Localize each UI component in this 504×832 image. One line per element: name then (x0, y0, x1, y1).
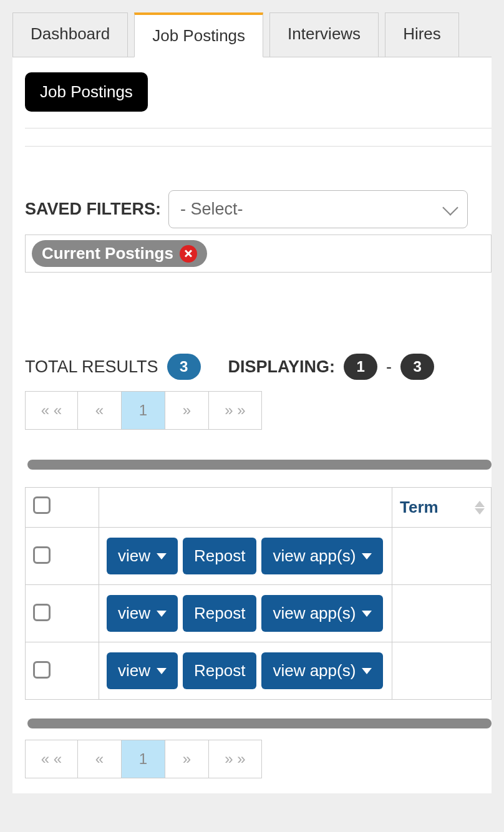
total-results-count: 3 (167, 354, 201, 380)
select-all-checkbox[interactable] (33, 496, 51, 514)
tabs-bar: Dashboard Job Postings Interviews Hires (12, 12, 492, 57)
pager-page[interactable]: 1 (122, 392, 165, 429)
pager-last[interactable]: » » (209, 740, 261, 778)
job-postings-button[interactable]: Job Postings (25, 72, 148, 112)
table-row: view Repost view app(s) (26, 585, 492, 642)
caret-down-icon (157, 611, 167, 617)
chevron-down-icon (442, 200, 458, 215)
horizontal-scrollbar[interactable] (27, 718, 492, 728)
close-icon[interactable] (180, 245, 197, 263)
repost-button[interactable]: Repost (183, 538, 256, 574)
tab-interviews[interactable]: Interviews (269, 12, 379, 57)
caret-down-icon (362, 611, 372, 617)
caret-down-icon (157, 553, 167, 559)
repost-button[interactable]: Repost (183, 595, 256, 632)
pager-page[interactable]: 1 (122, 740, 165, 778)
displaying-from: 1 (344, 354, 377, 380)
tab-job-postings[interactable]: Job Postings (134, 12, 263, 57)
tab-hires[interactable]: Hires (385, 12, 459, 57)
pager-first[interactable]: « « (26, 740, 78, 778)
pager-prev[interactable]: « (78, 392, 122, 429)
pager-next[interactable]: » (165, 740, 209, 778)
view-button[interactable]: view (107, 538, 178, 574)
view-apps-button[interactable]: view app(s) (261, 652, 383, 689)
pager-prev[interactable]: « (78, 740, 122, 778)
view-button[interactable]: view (107, 652, 178, 689)
displaying-dash: - (386, 357, 392, 377)
filter-chip-current-postings: Current Postings (32, 240, 207, 267)
saved-filters-label: SAVED FILTERS: (25, 200, 161, 219)
active-filters-row: Current Postings (25, 235, 492, 273)
caret-down-icon (362, 668, 372, 674)
term-cell (392, 642, 492, 700)
total-results-label: TOTAL RESULTS (25, 357, 158, 377)
filter-chip-label: Current Postings (42, 244, 173, 263)
divider (25, 128, 492, 128)
horizontal-scrollbar[interactable] (27, 460, 492, 470)
row-checkbox[interactable] (33, 546, 51, 564)
table-row: view Repost view app(s) (26, 528, 492, 585)
pager-bottom: « « « 1 » » » (25, 740, 262, 778)
caret-down-icon (157, 668, 167, 674)
saved-filters-select-value: - Select- (180, 200, 243, 219)
row-checkbox[interactable] (33, 661, 51, 679)
pager-top: « « « 1 » » » (25, 391, 262, 430)
header-checkbox-cell (26, 488, 99, 528)
table-row: view Repost view app(s) (26, 642, 492, 700)
divider (25, 146, 492, 147)
postings-table: Term view Repost view app(s) (25, 487, 492, 700)
tab-dashboard[interactable]: Dashboard (12, 12, 128, 57)
pager-last[interactable]: » » (209, 392, 261, 429)
saved-filters-select[interactable]: - Select- (168, 190, 468, 228)
sort-icon (475, 501, 485, 515)
header-term[interactable]: Term (392, 488, 492, 528)
repost-button[interactable]: Repost (183, 652, 256, 689)
filters-section: SAVED FILTERS: - Select- Current Posting… (12, 190, 492, 273)
displaying-to: 3 (400, 354, 434, 380)
view-button[interactable]: view (107, 595, 178, 632)
content-panel: Job Postings SAVED FILTERS: - Select- Cu… (12, 57, 492, 793)
term-cell (392, 528, 492, 585)
caret-down-icon (362, 553, 372, 559)
results-summary: TOTAL RESULTS 3 DISPLAYING: 1 - 3 (12, 354, 492, 380)
header-term-label: Term (400, 498, 439, 516)
view-apps-button[interactable]: view app(s) (261, 538, 383, 574)
displaying-label: DISPLAYING: (228, 357, 336, 377)
pager-first[interactable]: « « (26, 392, 78, 429)
row-checkbox[interactable] (33, 604, 51, 621)
view-apps-button[interactable]: view app(s) (261, 595, 383, 632)
pager-next[interactable]: » (165, 392, 209, 429)
header-actions-cell (99, 488, 392, 528)
term-cell (392, 585, 492, 642)
